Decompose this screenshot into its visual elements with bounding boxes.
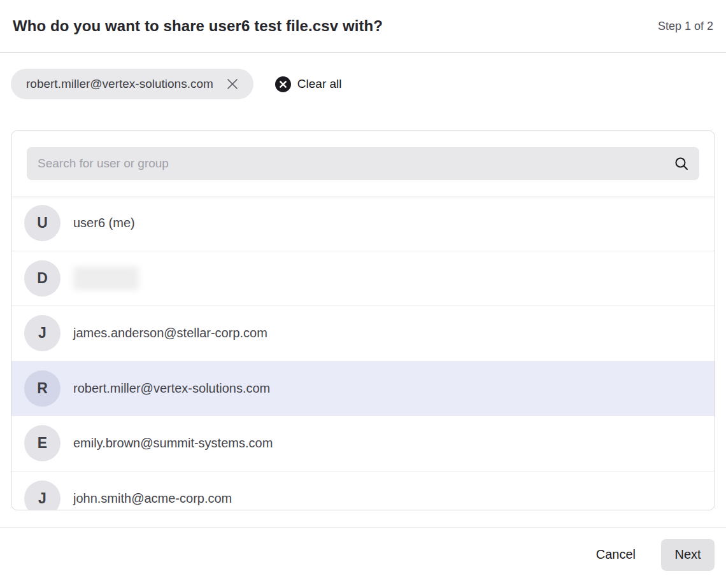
step-indicator: Step 1 of 2	[658, 20, 713, 33]
clear-all-label: Clear all	[297, 77, 342, 91]
user-label: user6 (me)	[73, 216, 135, 230]
user-list-item[interactable]: D	[11, 251, 715, 307]
avatar: J	[24, 315, 60, 351]
next-button[interactable]: Next	[661, 539, 715, 571]
avatar: E	[24, 425, 60, 461]
avatar: D	[24, 260, 60, 297]
user-label: emily.brown@summit-systems.com	[73, 436, 273, 451]
user-label: john.smith@acme-corp.com	[73, 491, 232, 506]
avatar: R	[24, 370, 60, 407]
recipient-chip-label: robert.miller@vertex-solutions.com	[26, 77, 213, 91]
dialog-title: Who do you want to share user6 test file…	[13, 17, 383, 35]
user-list-item[interactable]: R robert.miller@vertex-solutions.com	[11, 361, 715, 417]
user-list-item[interactable]: J james.anderson@stellar-corp.com	[11, 306, 715, 361]
user-list-item[interactable]: J john.smith@acme-corp.com	[11, 472, 715, 511]
search-input[interactable]	[27, 147, 699, 180]
dialog-footer: Cancel Next	[0, 528, 726, 588]
user-picker-panel: U user6 (me) D J james.anderson@stellar-…	[11, 130, 715, 510]
chip-remove-icon[interactable]	[225, 76, 240, 92]
search-area	[11, 131, 715, 196]
user-label: robert.miller@vertex-solutions.com	[73, 381, 270, 396]
clear-all-icon	[275, 76, 291, 92]
user-label: james.anderson@stellar-corp.com	[73, 326, 267, 340]
user-list: U user6 (me) D J james.anderson@stellar-…	[11, 196, 715, 510]
search-box	[27, 147, 699, 180]
user-list-item[interactable]: U user6 (me)	[11, 196, 715, 251]
clear-all-button[interactable]: Clear all	[275, 76, 342, 92]
selected-recipients-row: robert.miller@vertex-solutions.com Clear…	[0, 53, 726, 99]
avatar: U	[24, 205, 60, 241]
user-list-item[interactable]: E emily.brown@summit-systems.com	[11, 416, 715, 472]
cancel-button[interactable]: Cancel	[594, 542, 638, 567]
recipient-chip: robert.miller@vertex-solutions.com	[11, 69, 253, 99]
dialog-header: Who do you want to share user6 test file…	[0, 0, 726, 53]
redacted-name	[73, 267, 139, 290]
avatar: J	[24, 480, 60, 510]
